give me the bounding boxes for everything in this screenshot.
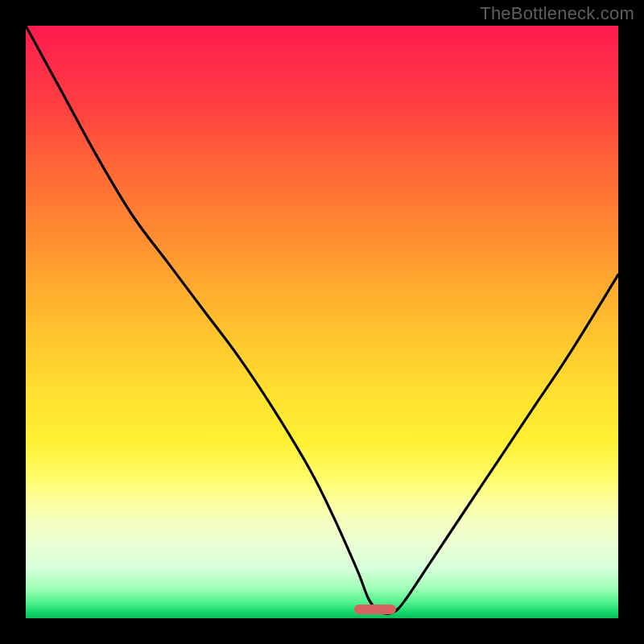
chart-frame: TheBottleneck.com xyxy=(0,0,644,644)
optimal-range-marker xyxy=(354,605,396,614)
bottleneck-curve xyxy=(26,26,618,618)
curve-path xyxy=(26,26,618,614)
watermark-text: TheBottleneck.com xyxy=(480,3,634,24)
